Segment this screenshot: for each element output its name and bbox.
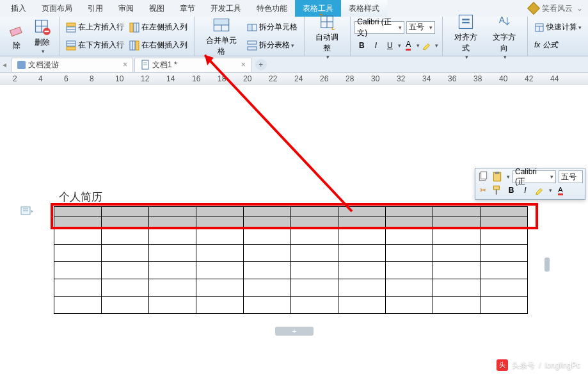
size-select[interactable]: 五号▾ bbox=[406, 21, 435, 34]
tab-roam[interactable]: 文档漫游× bbox=[12, 58, 133, 72]
table-cell[interactable] bbox=[338, 245, 386, 262]
italic-button[interactable]: I bbox=[369, 38, 383, 53]
table-cell[interactable] bbox=[291, 227, 338, 245]
tab-doc1[interactable]: 文档1 *× bbox=[134, 58, 251, 72]
table-cell[interactable] bbox=[481, 297, 528, 314]
table-cell[interactable] bbox=[481, 262, 528, 279]
autofit-button[interactable]: 自动调整▾ bbox=[308, 18, 347, 54]
table-cell[interactable] bbox=[244, 279, 291, 297]
resume-table[interactable] bbox=[54, 206, 528, 314]
table-cell[interactable] bbox=[338, 262, 386, 279]
copy-icon[interactable] bbox=[477, 171, 489, 183]
table-cell[interactable] bbox=[54, 262, 102, 279]
chevron-down-icon[interactable]: ⌄ bbox=[576, 4, 583, 13]
table-cell[interactable] bbox=[433, 262, 481, 279]
menu-chapter[interactable]: 章节 bbox=[172, 0, 203, 17]
menu-dev[interactable]: 开发工具 bbox=[203, 0, 249, 17]
font-color-button[interactable]: A bbox=[401, 38, 415, 53]
table-cell[interactable] bbox=[481, 217, 528, 227]
table-cell[interactable] bbox=[338, 217, 386, 227]
table-cell[interactable] bbox=[149, 279, 196, 297]
table-cell[interactable] bbox=[54, 245, 102, 262]
cut-icon[interactable]: ✂ bbox=[477, 184, 489, 196]
split-cell-button[interactable]: 拆分单元格 bbox=[244, 20, 300, 34]
ruler[interactable]: 2468101214161820222426283032343638404244 bbox=[0, 73, 588, 85]
menu-review[interactable]: 审阅 bbox=[111, 0, 141, 17]
table-cell[interactable] bbox=[149, 217, 196, 227]
quick-calc-button[interactable]: 快速计算▾ bbox=[532, 20, 584, 34]
merge-cells-button[interactable]: 合并单元格 bbox=[198, 18, 244, 54]
clear-button[interactable]: 除 bbox=[4, 18, 29, 54]
table-cell[interactable] bbox=[149, 227, 196, 245]
table-cell[interactable] bbox=[433, 227, 481, 245]
table-cell[interactable] bbox=[481, 245, 528, 262]
table-cell[interactable] bbox=[102, 279, 149, 297]
table-cell[interactable] bbox=[338, 207, 386, 217]
table-cell[interactable] bbox=[338, 297, 386, 314]
mini-highlight-button[interactable] bbox=[534, 184, 545, 196]
menu-ref[interactable]: 引用 bbox=[80, 0, 111, 17]
new-tab-button[interactable]: + bbox=[255, 59, 267, 70]
table-cell[interactable] bbox=[291, 207, 338, 217]
table-cell[interactable] bbox=[149, 207, 196, 217]
table-cell[interactable] bbox=[386, 279, 433, 297]
table-cell[interactable] bbox=[244, 207, 291, 217]
delete-button[interactable]: 删除▾ bbox=[29, 18, 55, 54]
menu-layout[interactable]: 页面布局 bbox=[34, 0, 80, 17]
doc-title[interactable]: 个人简历 bbox=[59, 190, 102, 204]
table-cell[interactable] bbox=[433, 245, 481, 262]
format-painter-icon[interactable] bbox=[491, 184, 503, 196]
table-cell[interactable] bbox=[149, 262, 196, 279]
table-cell[interactable] bbox=[196, 297, 244, 314]
paragraph-panel-icon[interactable] bbox=[20, 206, 33, 217]
menu-insert[interactable]: 插入 bbox=[3, 0, 34, 17]
table-cell[interactable] bbox=[244, 245, 291, 262]
table-resize-handle[interactable] bbox=[544, 257, 550, 272]
table-row[interactable] bbox=[54, 227, 528, 245]
table-cell[interactable] bbox=[291, 217, 338, 227]
insert-row-above-button[interactable]: 在上方插入行 bbox=[63, 20, 127, 34]
close-icon[interactable]: × bbox=[241, 60, 246, 69]
split-table-button[interactable]: 拆分表格▾ bbox=[244, 38, 297, 52]
table-cell[interactable] bbox=[102, 262, 149, 279]
mini-italic-button[interactable]: I bbox=[520, 184, 531, 196]
table-cell[interactable] bbox=[149, 245, 196, 262]
insert-col-left-button[interactable]: 在左侧插入列 bbox=[127, 20, 190, 34]
table-cell[interactable] bbox=[386, 227, 433, 245]
table-cell[interactable] bbox=[433, 279, 481, 297]
table-cell[interactable] bbox=[196, 207, 244, 217]
table-cell[interactable] bbox=[291, 279, 338, 297]
table-cell[interactable] bbox=[481, 279, 528, 297]
table-cell[interactable] bbox=[54, 207, 102, 217]
table-cell[interactable] bbox=[149, 297, 196, 314]
table-cell[interactable] bbox=[338, 227, 386, 245]
mini-size-select[interactable]: 五号 bbox=[559, 170, 583, 183]
table-cell[interactable] bbox=[291, 245, 338, 262]
table-cell[interactable] bbox=[54, 297, 102, 314]
table-cell[interactable] bbox=[196, 262, 244, 279]
menu-feature[interactable]: 特色功能 bbox=[249, 0, 295, 17]
table-cell[interactable] bbox=[386, 207, 433, 217]
insert-col-right-button[interactable]: 在右侧插入列 bbox=[127, 38, 190, 52]
align-button[interactable]: 对齐方式▾ bbox=[447, 18, 485, 54]
mini-fontcolor-button[interactable]: A bbox=[555, 184, 566, 196]
table-row[interactable] bbox=[54, 262, 528, 279]
paste-icon[interactable] bbox=[491, 171, 503, 183]
table-cell[interactable] bbox=[386, 297, 433, 314]
menu-table-style[interactable]: 表格样式 bbox=[341, 0, 387, 17]
table-cell[interactable] bbox=[386, 245, 433, 262]
table-cell[interactable] bbox=[54, 227, 102, 245]
table-cell[interactable] bbox=[433, 207, 481, 217]
table-row[interactable] bbox=[54, 245, 528, 262]
table-cell[interactable] bbox=[481, 227, 528, 245]
insert-row-below-button[interactable]: 在下方插入行 bbox=[63, 38, 127, 52]
table-cell[interactable] bbox=[244, 262, 291, 279]
table-cell[interactable] bbox=[433, 217, 481, 227]
table-cell[interactable] bbox=[102, 227, 149, 245]
table-row[interactable] bbox=[54, 217, 528, 227]
text-direction-button[interactable]: A文字方向▾ bbox=[485, 18, 523, 54]
close-icon[interactable]: × bbox=[123, 60, 127, 69]
table-cell[interactable] bbox=[54, 279, 102, 297]
table-cell[interactable] bbox=[196, 217, 244, 227]
table-cell[interactable] bbox=[102, 297, 149, 314]
